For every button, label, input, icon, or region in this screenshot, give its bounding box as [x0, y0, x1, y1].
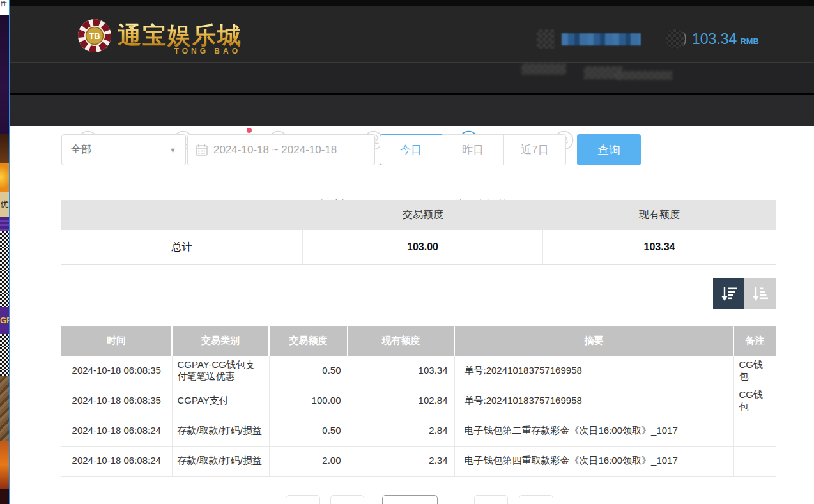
summary-total-row: 总计 103.00 103.34	[61, 230, 776, 264]
cell-time: 2024-10-18 06:08:24	[61, 446, 172, 476]
table-row: 2024-10-18 06:08:24 存款/取款/打码/损益 2.00 2.3…	[61, 446, 776, 476]
calendar-icon	[196, 144, 208, 156]
cell-amount: 0.50	[269, 416, 348, 446]
pagination-prev-button[interactable]	[330, 495, 364, 504]
cell-balance: 103.34	[348, 356, 454, 386]
table-row: 2024-10-18 06:08:24 存款/取款/打码/损益 0.50 2.8…	[61, 416, 776, 446]
cell-balance: 2.84	[348, 416, 454, 446]
background-text-fragment: 性	[1, 0, 7, 7]
site-logo[interactable]: TB 通宝娱乐城 TONG BAO	[77, 18, 242, 54]
blur-patch	[521, 63, 566, 75]
cell-time: 2024-10-18 06:08:35	[61, 386, 172, 416]
blur-patch	[615, 71, 672, 80]
user-area: 103.34RMB	[537, 29, 759, 49]
yesterday-button[interactable]: 昨日	[442, 134, 504, 165]
bg-dark-segment	[0, 489, 9, 504]
bg-gold-segment	[0, 163, 9, 192]
pagination-first-button[interactable]	[286, 495, 320, 504]
sort-ascending-button[interactable]	[744, 278, 776, 309]
currency-label: RMB	[740, 36, 759, 46]
header-balance: 现有额度	[348, 326, 454, 356]
username-blurred	[562, 33, 641, 45]
casino-chip-icon: TB	[77, 18, 112, 54]
header-band: TB 通宝娱乐城 TONG BAO 103.34RMB	[10, 6, 814, 62]
bg-flame-segment	[0, 441, 9, 489]
sort-desc-icon	[719, 284, 739, 303]
background-page-strip: 性 优 GR	[0, 0, 9, 504]
cell-summary: 电子钱包第四重取款彩金《次日16:00领取》_1017	[454, 446, 733, 476]
summary-header-row: 交易额度 现有额度	[61, 200, 776, 230]
pagination-next-button[interactable]	[474, 495, 508, 504]
user-avatar-blurred	[537, 29, 555, 49]
header-note: 备注	[733, 326, 776, 356]
sort-descending-button[interactable]	[713, 278, 744, 309]
summary-balance-total: 103.34	[543, 241, 776, 253]
bg-qr-fragment-2	[0, 334, 9, 376]
bg-wood-segment	[0, 376, 9, 441]
bg-chocolate-segment	[0, 134, 9, 163]
summary-col-balance: 现有额度	[543, 208, 776, 222]
header-amount: 交易额度	[269, 326, 348, 356]
bg-qr-fragment	[0, 231, 9, 307]
sort-controls	[713, 278, 776, 309]
main-nav: 我的账户 优惠中心	[10, 62, 814, 93]
cell-note	[733, 416, 776, 446]
cell-type: CGPAY支付	[172, 386, 269, 416]
chevron-down-icon: ▼	[169, 146, 176, 154]
cell-balance: 102.84	[348, 386, 454, 416]
subtab-band: 投注记录 往来记录 处理中订单	[10, 95, 814, 126]
quick-date-group: 今日 昨日 近7日	[380, 134, 566, 165]
pagination-last-button[interactable]	[519, 495, 553, 504]
bg-banner-text: GR	[0, 307, 9, 334]
cell-summary: 单号:202410183757169958	[454, 356, 733, 386]
cell-amount: 100.00	[269, 386, 348, 416]
cell-balance: 2.34	[348, 446, 454, 476]
wallet-icon-blurred	[666, 29, 685, 49]
table-row: 2024-10-18 06:08:35 CGPAY支付 100.00 102.8…	[61, 386, 776, 416]
cell-type: CGPAY-CG钱包支付笔笔送优惠	[172, 356, 269, 386]
last7days-button[interactable]: 近7日	[503, 134, 566, 165]
top-black-bar	[10, 0, 814, 6]
cell-time: 2024-10-18 06:08:24	[61, 416, 172, 446]
balance-amount: 103.34	[692, 31, 737, 47]
cell-note	[733, 446, 776, 476]
header-type: 交易类别	[172, 326, 269, 356]
sort-asc-icon	[751, 284, 770, 303]
cell-summary: 单号:202410183757169958	[454, 386, 733, 416]
table-header-row: 时间 交易类别 交易额度 现有额度 摘要 备注	[61, 326, 776, 356]
category-select[interactable]: 全部 ▼	[61, 134, 186, 165]
pagination-current-button[interactable]	[382, 495, 438, 504]
cell-note: CG钱包	[733, 386, 776, 416]
svg-text:TB: TB	[89, 31, 100, 41]
summary-row-label: 总计	[61, 230, 303, 264]
table-row: 2024-10-18 06:08:35 CGPAY-CG钱包支付笔笔送优惠 0.…	[61, 356, 776, 386]
cell-summary: 电子钱包第二重存款彩金《次日16:00领取》_1017	[454, 416, 733, 446]
header-time: 时间	[61, 326, 172, 356]
transactions-body: 2024-10-18 06:08:35 CGPAY-CG钱包支付笔笔送优惠 0.…	[61, 356, 776, 476]
summary-col-transaction: 交易额度	[303, 208, 543, 222]
search-button[interactable]: 查询	[577, 134, 641, 165]
transactions-table: 时间 交易类别 交易额度 现有额度 摘要 备注 2024-10-18 06:08…	[61, 326, 776, 477]
promotions-badge	[247, 128, 252, 133]
summary-table: 交易额度 现有额度 总计 103.00 103.34	[61, 200, 776, 265]
bg-purple-stripes	[0, 217, 9, 231]
bg-purple-segment	[0, 15, 9, 134]
cell-time: 2024-10-18 06:08:35	[61, 356, 172, 386]
cell-type: 存款/取款/打码/损益	[172, 416, 269, 446]
header-summary: 摘要	[454, 326, 733, 356]
cell-note: CG钱包	[733, 356, 776, 386]
date-range-input[interactable]: 2024-10-18 ~ 2024-10-18	[187, 134, 375, 165]
summary-transaction-total: 103.00	[303, 230, 543, 264]
today-button[interactable]: 今日	[380, 134, 442, 165]
cell-amount: 0.50	[269, 356, 348, 386]
cell-type: 存款/取款/打码/损益	[172, 446, 269, 476]
app-window: TB 通宝娱乐城 TONG BAO 103.34RMB	[10, 0, 814, 504]
bg-banner-char: 优	[0, 192, 9, 217]
site-subtitle: TONG BAO	[174, 47, 241, 56]
cell-amount: 2.00	[269, 446, 348, 476]
pagination	[10, 495, 814, 504]
